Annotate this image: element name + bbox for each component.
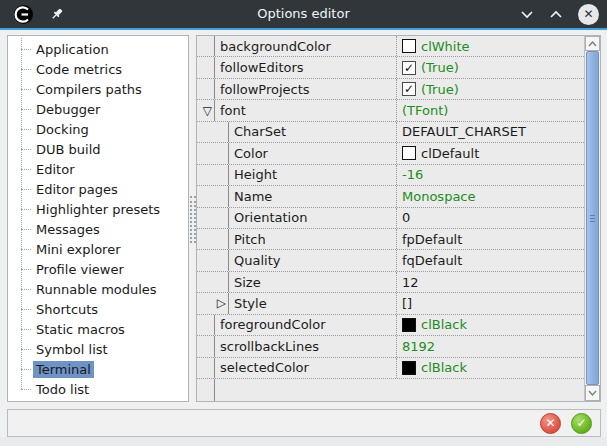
property-value[interactable]: 12 <box>396 272 584 292</box>
property-row-Pitch[interactable]: PitchfpDefault <box>197 229 584 250</box>
value-text: 0 <box>402 210 410 225</box>
sidebar-item-highlighter-presets[interactable]: Highlighter presets <box>8 199 188 219</box>
scroll-up-icon[interactable] <box>585 36 600 51</box>
sidebar-item-terminal[interactable]: Terminal <box>8 359 188 379</box>
scroll-down-icon[interactable] <box>585 385 600 401</box>
sidebar-item-compilers-paths[interactable]: Compilers paths <box>8 79 188 99</box>
sidebar-item-mini-explorer[interactable]: Mini explorer <box>8 239 188 259</box>
property-label: selectedColor <box>215 358 396 378</box>
property-row-backgroundColor[interactable]: backgroundColorclWhite <box>197 36 584 57</box>
property-value[interactable]: 0 <box>396 208 584 228</box>
sidebar-item-symbol-list[interactable]: Symbol list <box>8 339 188 359</box>
property-value[interactable]: DEFAULT_CHARSET <box>396 122 584 142</box>
value-text: (True) <box>421 82 459 97</box>
property-label: Orientation <box>229 208 396 228</box>
property-value[interactable]: [] <box>396 293 584 313</box>
sidebar-item-label: DUB build <box>33 141 104 158</box>
sidebar-item-docking[interactable]: Docking <box>8 119 188 139</box>
sidebar-item-label: Runnable modules <box>33 281 160 298</box>
vertical-scrollbar[interactable] <box>584 36 600 401</box>
sidebar-item-static-macros[interactable]: Static macros <box>8 319 188 339</box>
minimize-chevron-down-icon[interactable] <box>520 10 534 19</box>
row-gutter <box>197 208 229 228</box>
row-gutter <box>197 336 215 356</box>
property-value[interactable]: (TFont) <box>396 100 584 120</box>
row-gutter <box>197 358 215 378</box>
row-gutter <box>197 143 229 163</box>
property-label: foregroundColor <box>215 315 396 335</box>
value-text: clWhite <box>421 39 470 54</box>
property-row-Name[interactable]: NameMonospace <box>197 186 584 207</box>
property-row-Color[interactable]: ColorclDefault <box>197 143 584 164</box>
titlebar: Options editor ✕ <box>0 0 607 30</box>
sidebar-item-editor[interactable]: Editor <box>8 159 188 179</box>
property-value[interactable]: ✓(True) <box>396 57 584 77</box>
sidebar-item-debugger[interactable]: Debugger <box>8 99 188 119</box>
cancel-button[interactable]: ✕ <box>540 413 561 434</box>
property-label: backgroundColor <box>215 36 396 56</box>
property-value[interactable]: fqDefault <box>396 250 584 270</box>
property-value[interactable]: clBlack <box>396 358 584 378</box>
color-swatch[interactable] <box>402 318 416 332</box>
sidebar-item-messages[interactable]: Messages <box>8 219 188 239</box>
sidebar-item-shortcuts[interactable]: Shortcuts <box>8 299 188 319</box>
property-row-Height[interactable]: Height-16 <box>197 165 584 186</box>
property-row-foregroundColor[interactable]: foregroundColorclBlack <box>197 315 584 336</box>
property-row-CharSet[interactable]: CharSetDEFAULT_CHARSET <box>197 122 584 143</box>
property-row-Orientation[interactable]: Orientation0 <box>197 208 584 229</box>
property-row-followEditors[interactable]: followEditors✓(True) <box>197 57 584 78</box>
sidebar-item-profile-viewer[interactable]: Profile viewer <box>8 259 188 279</box>
footer-bar: ✕ ✓ <box>7 409 601 437</box>
grid-empty-area <box>197 379 584 401</box>
property-row-followProjects[interactable]: followProjects✓(True) <box>197 79 584 100</box>
property-row-scrollbackLines[interactable]: scrollbackLines8192 <box>197 336 584 357</box>
maximize-chevron-up-icon[interactable] <box>549 10 563 19</box>
sidebar-item-editor-pages[interactable]: Editor pages <box>8 179 188 199</box>
row-gutter <box>197 122 229 142</box>
sidebar-item-todo-list[interactable]: Todo list <box>8 379 188 399</box>
property-label: Size <box>229 272 396 292</box>
close-icon[interactable]: ✕ <box>578 4 599 25</box>
sidebar-item-label: Code metrics <box>33 61 125 78</box>
value-text: (True) <box>421 60 459 75</box>
property-value[interactable]: Monospace <box>396 186 584 206</box>
ok-button[interactable]: ✓ <box>571 413 592 434</box>
checkbox-checked-icon[interactable]: ✓ <box>402 61 416 75</box>
color-swatch[interactable] <box>402 146 416 160</box>
property-value[interactable]: ✓(True) <box>396 79 584 99</box>
sidebar-item-code-metrics[interactable]: Code metrics <box>8 59 188 79</box>
value-text: DEFAULT_CHARSET <box>402 124 526 139</box>
collapse-triangle-icon[interactable]: ▽ <box>203 105 212 117</box>
property-label: CharSet <box>229 122 396 142</box>
property-label: followEditors <box>215 57 396 77</box>
property-value[interactable]: fpDefault <box>396 229 584 249</box>
checkbox-checked-icon[interactable]: ✓ <box>402 82 416 96</box>
property-value[interactable]: clDefault <box>396 143 584 163</box>
property-value[interactable]: 8192 <box>396 336 584 356</box>
color-swatch[interactable] <box>402 361 416 375</box>
property-row-Size[interactable]: Size12 <box>197 272 584 293</box>
property-row-Style[interactable]: ▷Style[] <box>197 293 584 314</box>
property-label: Name <box>229 186 396 206</box>
color-swatch[interactable] <box>402 39 416 53</box>
row-gutter <box>197 36 215 56</box>
value-text: clBlack <box>421 360 467 375</box>
property-value[interactable]: clBlack <box>396 315 584 335</box>
property-row-selectedColor[interactable]: selectedColorclBlack <box>197 358 584 379</box>
property-label: followProjects <box>215 79 396 99</box>
property-label: Quality <box>229 250 396 270</box>
property-value[interactable]: -16 <box>396 165 584 185</box>
sidebar-item-runnable-modules[interactable]: Runnable modules <box>8 279 188 299</box>
sidebar-item-label: Highlighter presets <box>33 201 163 218</box>
window-title: Options editor <box>0 6 607 21</box>
sidebar-item-label: Application <box>33 41 112 58</box>
property-row-Quality[interactable]: QualityfqDefault <box>197 250 584 271</box>
scrollbar-grip <box>590 215 595 222</box>
sidebar-item-dub-build[interactable]: DUB build <box>8 139 188 159</box>
expand-triangle-icon[interactable]: ▷ <box>217 297 226 309</box>
property-row-font[interactable]: ▽font(TFont) <box>197 100 584 121</box>
scrollbar-thumb[interactable] <box>586 51 599 385</box>
property-value[interactable]: clWhite <box>396 36 584 56</box>
sidebar-item-application[interactable]: Application <box>8 39 188 59</box>
row-gutter: ▷ <box>197 293 229 313</box>
